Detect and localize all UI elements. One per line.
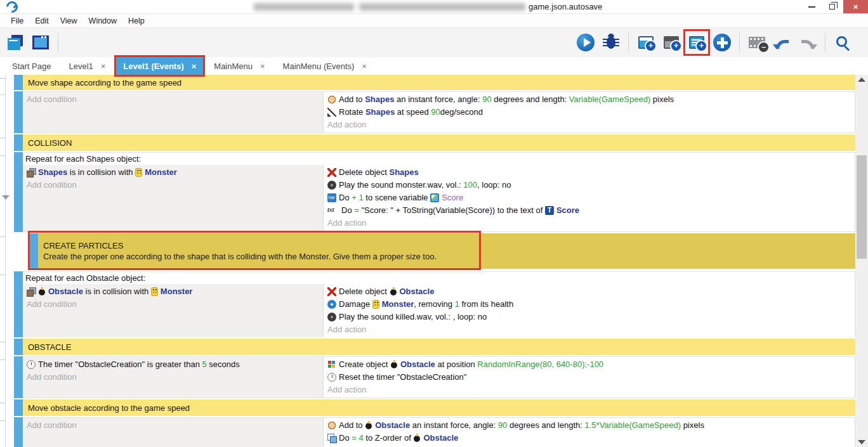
add-action-link[interactable]: Add action	[324, 119, 855, 131]
condition-line[interactable]: Obstacle is in collision with Monster	[23, 285, 323, 298]
action-line[interactable]: Do = "Score: " + ToString(Variable(Score…	[324, 204, 855, 217]
close-tab-icon[interactable]: ×	[192, 62, 197, 71]
text-segment: to scene variable	[364, 191, 431, 204]
event-selection-bar[interactable]	[14, 417, 23, 447]
action-line[interactable]: Play the sound killed.wav, vol.: , loop:…	[324, 311, 855, 323]
tab-level1-events[interactable]: Level1 (Events)×	[116, 57, 203, 75]
event-comment[interactable]: Move shape according to the game speed	[0, 75, 855, 90]
menu-file[interactable]: File	[5, 14, 29, 27]
close-tab-icon[interactable]: ×	[260, 62, 265, 71]
text-segment: Obstacle	[400, 285, 435, 298]
add-external-events-button[interactable]	[660, 31, 683, 54]
remove-scene-button[interactable]	[746, 31, 768, 54]
menu-edit[interactable]: Edit	[29, 14, 55, 27]
action-line[interactable]: Do = 4 to Z-order of Obstacle	[324, 432, 855, 444]
add-condition-link[interactable]: Add condition	[23, 93, 323, 106]
actions-cell[interactable]: Add to Shapes an instant force, angle: 9…	[324, 92, 855, 133]
event-selection-bar[interactable]	[14, 399, 23, 416]
text-segment: Shapes	[365, 106, 395, 119]
actions-cell[interactable]: Create object Obstacle at position Rando…	[324, 357, 855, 398]
event-row[interactable]: Add condition Add to Obstacle an instant…	[0, 417, 855, 447]
event-selection-bar[interactable]	[14, 75, 23, 90]
menu-view[interactable]: View	[55, 14, 83, 27]
action-line[interactable]: Create object Obstacle at position Rando…	[324, 358, 855, 371]
action-line[interactable]: Delete object Obstacle	[324, 285, 855, 298]
scrollbar-thumb[interactable]	[857, 155, 867, 259]
event-selection-bar[interactable]	[14, 271, 23, 337]
tab-level1[interactable]: Level1×	[62, 57, 112, 75]
text-segment: Shapes	[365, 93, 394, 106]
text-segment: Do	[339, 191, 352, 204]
conditions-cell[interactable]: Shapes is in collision with Monster Add …	[23, 165, 324, 231]
undo-button[interactable]	[771, 31, 794, 54]
add-scene-button[interactable]	[635, 31, 657, 54]
project-manager-button[interactable]	[4, 31, 27, 54]
scroll-up-icon[interactable]	[858, 77, 865, 82]
event-selection-bar[interactable]	[14, 134, 23, 151]
event-selection-bar[interactable]	[14, 356, 23, 398]
actions-cell[interactable]: Delete object Obstacle Damage Monster, r…	[324, 284, 855, 337]
event-row[interactable]: The timer "ObstacleCreation" is greater …	[0, 356, 855, 398]
play-button[interactable]	[574, 31, 597, 54]
actions-cell[interactable]: Add to Obstacle an instant force, angle:…	[324, 418, 855, 447]
menu-window[interactable]: Window	[83, 14, 122, 27]
condition-line[interactable]: The timer "ObstacleCreation" is greater …	[23, 358, 323, 371]
text-segment: Do	[341, 204, 354, 217]
action-line[interactable]: Play the sound monster.wav, vol.: 100, l…	[324, 179, 855, 191]
close-tab-icon[interactable]: ×	[362, 62, 367, 71]
add-condition-link[interactable]: Add condition	[23, 179, 323, 191]
add-object-button[interactable]	[711, 31, 733, 54]
collapse-arrow-icon[interactable]	[2, 195, 10, 200]
event-comment[interactable]: Move obstacle according to the game spee…	[0, 399, 855, 416]
action-line[interactable]: Rotate Shapes at speed 90deg/second	[324, 106, 855, 119]
add-condition-link[interactable]: Add condition	[23, 298, 323, 311]
redo-button[interactable]	[796, 31, 819, 54]
close-button[interactable]: ×	[843, 0, 868, 13]
scroll-down-icon[interactable]	[858, 440, 865, 444]
action-line[interactable]: Reset the timer "ObstacleCreation"	[324, 371, 855, 384]
minimize-button[interactable]	[802, 0, 821, 13]
conditions-cell[interactable]: Obstacle is in collision with Monster Ad…	[23, 284, 324, 337]
debug-button[interactable]	[600, 31, 622, 54]
tab-mainmenu-events[interactable]: MainMenu (Events)×	[276, 57, 374, 75]
event-selection-bar[interactable]	[14, 152, 23, 232]
repeat-event-row[interactable]: Repeat for each Obstacle object: Obstacl…	[0, 271, 855, 337]
comment-text: COLLISION	[23, 134, 855, 151]
event-row[interactable]: Add condition Add to Shapes an instant f…	[0, 91, 855, 133]
event-comment[interactable]: OBSTACLE	[0, 339, 855, 355]
action-line[interactable]: Delete object Shapes	[324, 166, 855, 179]
restore-button[interactable]	[822, 0, 841, 13]
text-segment: from its health	[459, 298, 513, 311]
condition-line[interactable]: Shapes is in collision with Monster	[23, 166, 323, 179]
tab-start-page[interactable]: Start Page	[5, 57, 58, 75]
conditions-cell[interactable]: Add condition	[23, 418, 324, 447]
event-selection-bar[interactable]	[29, 233, 38, 269]
scene-editor-button[interactable]	[29, 31, 52, 54]
event-comment-selected[interactable]: CREATE PARTICLES Create the proper one a…	[0, 233, 855, 269]
conditions-cell[interactable]: Add condition	[23, 92, 324, 133]
action-line[interactable]: Damage Monster, removing 1 from its heal…	[324, 298, 855, 311]
text-segment: pixels	[681, 419, 704, 432]
menu-help[interactable]: Help	[122, 14, 150, 27]
event-comment[interactable]: COLLISION	[0, 134, 855, 151]
action-line[interactable]: Add to Obstacle an instant force, angle:…	[324, 419, 855, 432]
add-action-link[interactable]: Add action	[324, 384, 855, 396]
search-button[interactable]	[831, 31, 854, 54]
add-condition-link[interactable]: Add condition	[23, 419, 323, 432]
text-segment: Add to	[339, 419, 365, 432]
add-action-link[interactable]: Add action	[324, 217, 855, 230]
event-selection-bar[interactable]	[14, 91, 23, 133]
add-action-link[interactable]: Add action	[324, 323, 855, 336]
action-line[interactable]: Do + 1 to scene variable Score	[324, 191, 855, 204]
text-segment: 90	[498, 419, 507, 432]
actions-cell[interactable]: Delete object Shapes Play the sound mons…	[324, 165, 855, 231]
tab-mainmenu[interactable]: MainMenu×	[207, 57, 272, 75]
action-line[interactable]: Add to Shapes an instant force, angle: 9…	[324, 93, 855, 106]
close-tab-icon[interactable]: ×	[101, 62, 106, 71]
event-selection-bar[interactable]	[14, 339, 23, 355]
conditions-cell[interactable]: The timer "ObstacleCreation" is greater …	[23, 357, 324, 398]
add-events-sheet-button[interactable]	[685, 31, 708, 54]
vertical-scrollbar[interactable]	[855, 75, 868, 447]
repeat-event-row[interactable]: Repeat for each Shapes object: Shapes is…	[0, 152, 855, 232]
add-condition-link[interactable]: Add condition	[23, 371, 323, 384]
